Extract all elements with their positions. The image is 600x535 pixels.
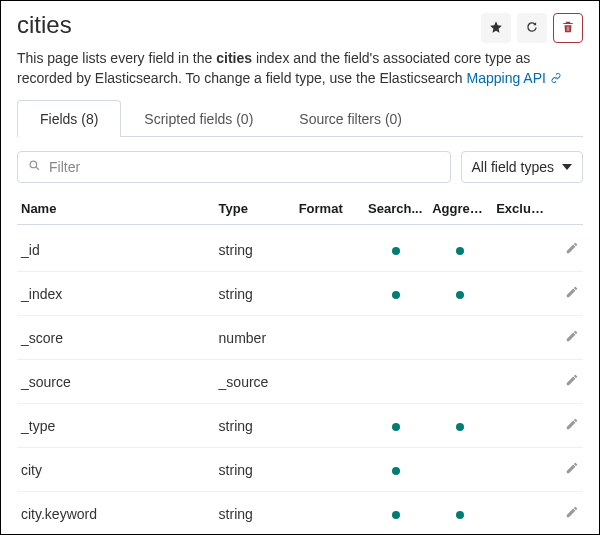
dot-indicator: [392, 423, 400, 431]
cell-type: string: [215, 272, 295, 316]
cell-aggregatable: [428, 404, 492, 448]
refresh-icon: [525, 20, 539, 37]
cell-type: string: [215, 492, 295, 535]
cell-aggregatable: [428, 360, 492, 404]
cell-name: _score: [17, 316, 215, 360]
filter-input-wrapper[interactable]: [17, 151, 451, 183]
svg-point-0: [30, 161, 37, 168]
trash-icon: [561, 20, 575, 37]
cell-format: [295, 272, 364, 316]
page-title: cities: [17, 11, 72, 39]
dot-indicator: [456, 247, 464, 255]
cell-excluded: [492, 448, 551, 492]
cell-type: string: [215, 225, 295, 272]
pencil-icon: [565, 331, 579, 346]
cell-format: [295, 360, 364, 404]
cell-searchable: [364, 225, 428, 272]
cell-type: _source: [215, 360, 295, 404]
cell-excluded: [492, 272, 551, 316]
dot-indicator: [456, 291, 464, 299]
dot-indicator: [456, 423, 464, 431]
cell-searchable: [364, 404, 428, 448]
col-excluded[interactable]: Exclud...: [492, 193, 551, 225]
edit-button[interactable]: [565, 461, 579, 478]
cell-name: city.keyword: [17, 492, 215, 535]
cell-searchable: [364, 360, 428, 404]
cell-format: [295, 225, 364, 272]
edit-button[interactable]: [565, 505, 579, 522]
table-row: _indexstring: [17, 272, 583, 316]
col-searchable[interactable]: Search...: [364, 193, 428, 225]
fields-table: Name Type Format Search... Aggreg... Exc…: [17, 193, 583, 535]
pencil-icon: [565, 419, 579, 434]
dot-indicator: [392, 291, 400, 299]
edit-button[interactable]: [565, 241, 579, 258]
star-icon: [489, 20, 503, 37]
cell-format: [295, 404, 364, 448]
cell-aggregatable: [428, 492, 492, 535]
cell-type: string: [215, 404, 295, 448]
star-button[interactable]: [481, 13, 511, 43]
table-row: citystring: [17, 448, 583, 492]
pencil-icon: [565, 463, 579, 478]
cell-name: _index: [17, 272, 215, 316]
cell-excluded: [492, 404, 551, 448]
tabs: Fields (8) Scripted fields (0) Source fi…: [17, 100, 583, 137]
col-name[interactable]: Name: [17, 193, 215, 225]
cell-name: _type: [17, 404, 215, 448]
cell-format: [295, 448, 364, 492]
cell-type: number: [215, 316, 295, 360]
cell-searchable: [364, 448, 428, 492]
cell-name: _id: [17, 225, 215, 272]
tab-scripted-fields[interactable]: Scripted fields (0): [121, 100, 276, 137]
search-icon: [28, 159, 47, 175]
cell-excluded: [492, 316, 551, 360]
cell-format: [295, 492, 364, 535]
col-type[interactable]: Type: [215, 193, 295, 225]
cell-searchable: [364, 492, 428, 535]
field-type-dropdown[interactable]: All field types: [461, 151, 583, 183]
cell-aggregatable: [428, 225, 492, 272]
cell-excluded: [492, 492, 551, 535]
field-type-dropdown-label: All field types: [472, 159, 554, 175]
table-row: _scorenumber: [17, 316, 583, 360]
link-icon: [550, 70, 562, 86]
refresh-button[interactable]: [517, 13, 547, 43]
cell-aggregatable: [428, 448, 492, 492]
delete-button[interactable]: [553, 13, 583, 43]
chevron-down-icon: [562, 159, 572, 175]
header-actions: [481, 13, 583, 43]
col-aggregatable[interactable]: Aggreg...: [428, 193, 492, 225]
svg-line-1: [36, 167, 39, 170]
dot-indicator: [392, 247, 400, 255]
dot-indicator: [392, 467, 400, 475]
cell-searchable: [364, 272, 428, 316]
cell-format: [295, 316, 364, 360]
cell-excluded: [492, 360, 551, 404]
filter-input[interactable]: [47, 158, 440, 176]
pencil-icon: [565, 287, 579, 302]
edit-button[interactable]: [565, 285, 579, 302]
col-format[interactable]: Format: [295, 193, 364, 225]
pencil-icon: [565, 375, 579, 390]
pencil-icon: [565, 243, 579, 258]
edit-button[interactable]: [565, 417, 579, 434]
cell-aggregatable: [428, 272, 492, 316]
cell-aggregatable: [428, 316, 492, 360]
table-row: _typestring: [17, 404, 583, 448]
dot-indicator: [456, 511, 464, 519]
edit-button[interactable]: [565, 329, 579, 346]
cell-name: _source: [17, 360, 215, 404]
cell-type: string: [215, 448, 295, 492]
pencil-icon: [565, 507, 579, 522]
page-description: This page lists every field in the citie…: [17, 49, 583, 88]
table-row: _source_source: [17, 360, 583, 404]
tab-fields[interactable]: Fields (8): [17, 100, 121, 137]
cell-excluded: [492, 225, 551, 272]
table-row: city.keywordstring: [17, 492, 583, 535]
table-row: _idstring: [17, 225, 583, 272]
edit-button[interactable]: [565, 373, 579, 390]
cell-name: city: [17, 448, 215, 492]
tab-source-filters[interactable]: Source filters (0): [276, 100, 425, 137]
mapping-api-link[interactable]: Mapping API: [467, 70, 546, 86]
